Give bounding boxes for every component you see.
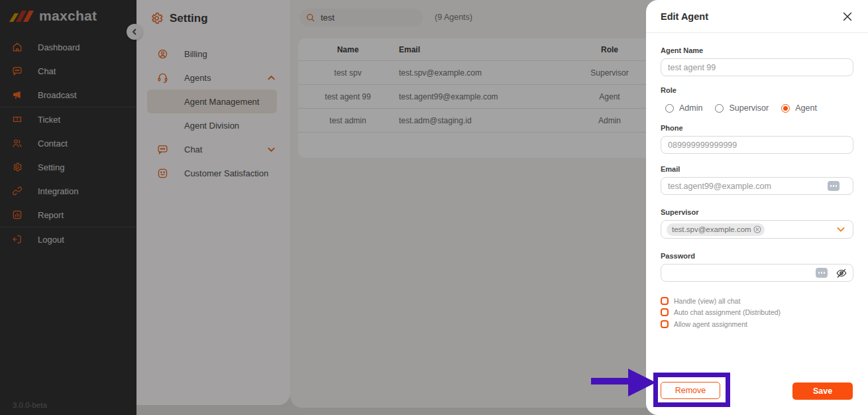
role-radio-group: Admin Supervisor Agent — [661, 103, 853, 113]
radio-circle — [665, 104, 674, 113]
checkbox-label: Handle (view) all chat — [674, 297, 740, 305]
supervisor-chip-label: test.spv@example.com — [672, 225, 751, 233]
role-radio-admin[interactable]: Admin — [665, 103, 702, 113]
phone-field-wrap — [661, 136, 853, 154]
autofill-dots-icon[interactable] — [816, 268, 828, 278]
save-button[interactable]: Save — [792, 383, 853, 400]
drawer-header: Edit Agent — [646, 0, 868, 33]
checkbox-label: Allow agent assignment — [674, 320, 747, 328]
close-button[interactable] — [842, 11, 853, 22]
permissions-group: Handle (view) all chat Auto chat assignm… — [661, 295, 853, 330]
role-option-label: Supervisor — [729, 103, 769, 113]
agent-name-label: Agent Name — [661, 46, 853, 54]
role-radio-agent[interactable]: Agent — [781, 103, 817, 113]
password-field-wrap — [661, 264, 853, 282]
autofill-dots-icon[interactable] — [828, 181, 840, 191]
role-radio-supervisor[interactable]: Supervisor — [715, 103, 769, 113]
email-input[interactable] — [668, 182, 846, 191]
role-label: Role — [661, 86, 853, 94]
checkbox-box — [661, 297, 669, 305]
checkbox-auto-chat-assignment[interactable]: Auto chat assignment (Distributed) — [661, 307, 853, 319]
phone-label: Phone — [661, 124, 853, 132]
remove-button[interactable]: Remove — [661, 382, 720, 399]
role-option-label: Agent — [795, 103, 817, 113]
agent-name-input[interactable] — [668, 63, 846, 72]
close-icon — [842, 11, 853, 22]
edit-agent-drawer: Edit Agent Agent Name Role Admin Supervi… — [646, 0, 868, 415]
eye-off-icon — [836, 267, 847, 279]
supervisor-chip: test.spv@example.com — [667, 223, 765, 236]
email-field-wrap — [661, 177, 853, 195]
remove-chip-icon[interactable] — [753, 225, 761, 233]
agent-name-field-wrap — [661, 58, 853, 76]
checkbox-label: Auto chat assignment (Distributed) — [674, 308, 781, 316]
checkbox-box — [661, 308, 669, 316]
toggle-password-visibility-button[interactable] — [836, 267, 847, 279]
checkbox-handle-all-chat[interactable]: Handle (view) all chat — [661, 295, 853, 307]
checkbox-box — [661, 320, 669, 328]
drawer-title: Edit Agent — [661, 11, 708, 22]
password-label: Password — [661, 252, 853, 260]
role-option-label: Admin — [679, 103, 702, 113]
radio-circle — [781, 104, 790, 113]
supervisor-label: Supervisor — [661, 208, 853, 216]
radio-circle — [715, 104, 724, 113]
phone-input[interactable] — [668, 141, 846, 150]
checkbox-allow-agent-assignment[interactable]: Allow agent assignment — [661, 318, 853, 330]
drawer-body: Agent Name Role Admin Supervisor Agent P… — [646, 46, 868, 330]
chevron-down-icon — [836, 225, 845, 234]
email-label: Email — [661, 165, 853, 173]
supervisor-select[interactable]: test.spv@example.com — [661, 220, 853, 239]
